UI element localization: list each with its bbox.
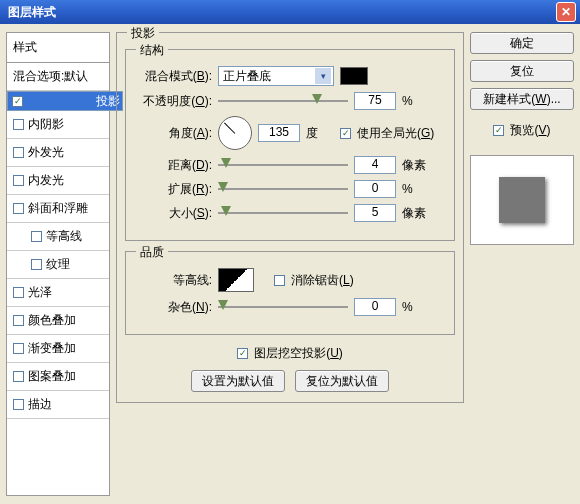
style-item[interactable]: 颜色叠加 xyxy=(7,307,109,335)
style-label: 等高线 xyxy=(46,228,82,245)
style-item[interactable]: 渐变叠加 xyxy=(7,335,109,363)
style-checkbox[interactable] xyxy=(13,203,24,214)
spread-label: 扩展(R): xyxy=(134,181,212,198)
style-label: 内阴影 xyxy=(28,116,64,133)
style-item[interactable]: 内阴影 xyxy=(7,111,109,139)
noise-label: 杂色(N): xyxy=(134,299,212,316)
noise-input[interactable]: 0 xyxy=(354,298,396,316)
style-item[interactable]: 内发光 xyxy=(7,167,109,195)
spread-slider[interactable] xyxy=(218,182,348,196)
style-item[interactable]: 斜面和浮雕 xyxy=(7,195,109,223)
style-checkbox[interactable] xyxy=(13,399,24,410)
size-slider[interactable] xyxy=(218,206,348,220)
style-checkbox[interactable]: ✓ xyxy=(12,96,23,107)
style-checkbox[interactable] xyxy=(13,147,24,158)
style-checkbox[interactable] xyxy=(13,343,24,354)
style-item[interactable]: ✓投影 xyxy=(7,91,123,111)
reset-default-button[interactable]: 复位为默认值 xyxy=(295,370,389,392)
new-style-button[interactable]: 新建样式(W)... xyxy=(470,88,574,110)
quality-group: 品质 等高线: 消除锯齿(L) 杂色(N): 0 % xyxy=(125,251,455,335)
style-label: 描边 xyxy=(28,396,52,413)
style-item[interactable]: 描边 xyxy=(7,391,109,419)
style-item[interactable]: 等高线 xyxy=(7,223,109,251)
distance-input[interactable]: 4 xyxy=(354,156,396,174)
style-checkbox[interactable] xyxy=(31,231,42,242)
drop-shadow-panel: 投影 结构 混合模式(B): 正片叠底 ▾ 不透明度(O): 75 % xyxy=(116,32,464,403)
title: 图层样式 xyxy=(8,4,56,21)
global-light-checkbox[interactable]: ✓ xyxy=(340,128,351,139)
opacity-input[interactable]: 75 xyxy=(354,92,396,110)
contour-picker[interactable] xyxy=(218,268,254,292)
preview-label: 预览(V) xyxy=(510,122,550,139)
style-checkbox[interactable] xyxy=(31,259,42,270)
quality-legend: 品质 xyxy=(136,244,168,261)
styles-header: 样式 xyxy=(7,33,109,63)
style-checkbox[interactable] xyxy=(13,287,24,298)
preview-box xyxy=(470,155,574,245)
style-label: 外发光 xyxy=(28,144,64,161)
close-icon[interactable]: ✕ xyxy=(556,2,576,22)
style-item[interactable]: 纹理 xyxy=(7,251,109,279)
spread-input[interactable]: 0 xyxy=(354,180,396,198)
opacity-slider[interactable] xyxy=(218,94,348,108)
style-item[interactable]: 外发光 xyxy=(7,139,109,167)
styles-list: 样式 混合选项:默认 ✓投影内阴影外发光内发光斜面和浮雕等高线纹理光泽颜色叠加渐… xyxy=(6,32,110,496)
structure-group: 结构 混合模式(B): 正片叠底 ▾ 不透明度(O): 75 % 角 xyxy=(125,49,455,241)
preview-checkbox[interactable]: ✓ xyxy=(493,125,504,136)
noise-slider[interactable] xyxy=(218,300,348,314)
style-label: 图案叠加 xyxy=(28,368,76,385)
cancel-button[interactable]: 复位 xyxy=(470,60,574,82)
make-default-button[interactable]: 设置为默认值 xyxy=(191,370,285,392)
blending-options[interactable]: 混合选项:默认 xyxy=(7,63,109,91)
style-label: 斜面和浮雕 xyxy=(28,200,88,217)
style-label: 内发光 xyxy=(28,172,64,189)
style-label: 渐变叠加 xyxy=(28,340,76,357)
style-checkbox[interactable] xyxy=(13,315,24,326)
global-light-label: 使用全局光(G) xyxy=(357,125,434,142)
size-label: 大小(S): xyxy=(134,205,212,222)
style-item[interactable]: 图案叠加 xyxy=(7,363,109,391)
angle-dial[interactable] xyxy=(218,116,252,150)
distance-slider[interactable] xyxy=(218,158,348,172)
blend-mode-select[interactable]: 正片叠底 ▾ xyxy=(218,66,334,86)
distance-label: 距离(D): xyxy=(134,157,212,174)
style-label: 纹理 xyxy=(46,256,70,273)
contour-label: 等高线: xyxy=(134,272,212,289)
blend-mode-label: 混合模式(B): xyxy=(134,68,212,85)
ok-button[interactable]: 确定 xyxy=(470,32,574,54)
knockout-label: 图层挖空投影(U) xyxy=(254,345,343,362)
knockout-checkbox[interactable]: ✓ xyxy=(237,348,248,359)
chevron-down-icon: ▾ xyxy=(315,68,331,84)
size-input[interactable]: 5 xyxy=(354,204,396,222)
structure-legend: 结构 xyxy=(136,42,168,59)
opacity-label: 不透明度(O): xyxy=(134,93,212,110)
style-checkbox[interactable] xyxy=(13,371,24,382)
shadow-color-swatch[interactable] xyxy=(340,67,368,85)
style-item[interactable]: 光泽 xyxy=(7,279,109,307)
angle-label: 角度(A): xyxy=(134,125,212,142)
panel-title: 投影 xyxy=(127,25,159,42)
style-label: 光泽 xyxy=(28,284,52,301)
antialias-label: 消除锯齿(L) xyxy=(291,272,354,289)
style-checkbox[interactable] xyxy=(13,175,24,186)
style-label: 颜色叠加 xyxy=(28,312,76,329)
angle-input[interactable]: 135 xyxy=(258,124,300,142)
style-checkbox[interactable] xyxy=(13,119,24,130)
antialias-checkbox[interactable] xyxy=(274,275,285,286)
